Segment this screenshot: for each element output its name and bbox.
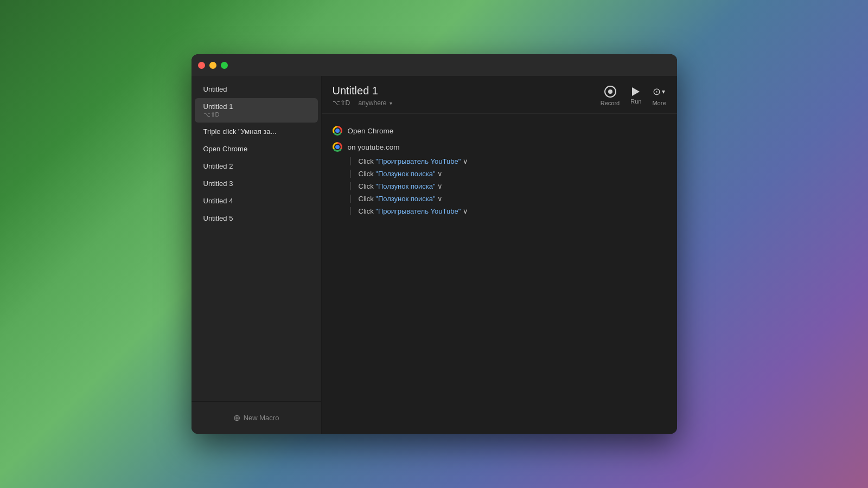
more-icon: ⊙ ▾ [653,86,665,98]
main-panel: Untitled 1 ⌥⇧D anywhere ▾ Record [322,76,677,434]
run-button[interactable]: Run [630,87,641,105]
titlebar [192,54,677,76]
sidebar-list: Untitled Untitled 1 ⌥⇧D Triple click "Ум… [192,76,321,401]
new-macro-label: New Macro [244,414,279,422]
sidebar-footer: ⊕ New Macro [192,401,321,434]
chevron-down-icon: ▾ [390,100,392,106]
sub-action-click3-text: Click "Ползунок поиска" ∨ [359,182,443,190]
sub-actions: Click "Проигрыватель YouTube" ∨ Click "П… [333,155,666,217]
sub-action-click5[interactable]: Click "Проигрыватель YouTube" ∨ [350,205,666,217]
minimize-button[interactable] [209,62,216,69]
sidebar-item-untitled4[interactable]: Untitled 4 [195,192,318,209]
macro-title[interactable]: Untitled 1 [333,85,392,97]
sub-action-click4[interactable]: Click "Ползунок поиска" ∨ [350,192,666,205]
indent-line-1 [350,157,351,165]
sub-action-click1[interactable]: Click "Проигрыватель YouTube" ∨ [350,155,666,168]
sidebar-item-untitled[interactable]: Untitled [195,81,318,98]
sub-action-click5-text: Click "Проигрыватель YouTube" ∨ [359,207,468,215]
record-button[interactable]: Record [601,86,620,106]
sidebar-item-triple-click[interactable]: Triple click "Умная за... [195,123,318,140]
trigger-shortcut: ⌥⇧D [333,99,350,107]
trigger-separator [353,99,355,107]
macro-header: Untitled 1 ⌥⇧D anywhere ▾ Record [322,76,677,114]
macro-title-area: Untitled 1 ⌥⇧D anywhere ▾ [333,85,392,107]
sidebar-item-open-chrome[interactable]: Open Chrome [195,140,318,157]
indent-line-5 [350,207,351,215]
action-open-chrome[interactable]: Open Chrome [333,123,666,139]
sidebar: Untitled Untitled 1 ⌥⇧D Triple click "Ум… [192,76,322,434]
more-label: More [652,100,666,106]
sub-action-click4-text: Click "Ползунок поиска" ∨ [359,195,443,203]
maximize-button[interactable] [221,62,228,69]
sidebar-item-untitled3[interactable]: Untitled 3 [195,175,318,192]
macro-trigger: ⌥⇧D anywhere ▾ [333,99,392,107]
trigger-scope[interactable]: anywhere ▾ [359,99,392,107]
sidebar-item-untitled2[interactable]: Untitled 2 [195,158,318,175]
traffic-lights [198,62,228,69]
macro-toolbar: Record Run ⊙ ▾ More [601,86,666,106]
action-open-chrome-text: Open Chrome [348,127,394,135]
chrome-icon-2 [333,142,342,152]
run-icon [632,87,640,96]
action-on-youtube-text: on youtube.com [348,143,400,151]
sub-action-click3[interactable]: Click "Ползунок поиска" ∨ [350,180,666,192]
sub-action-click2[interactable]: Click "Ползунок поиска" ∨ [350,168,666,180]
plus-icon: ⊕ [233,413,240,423]
main-window: Untitled Untitled 1 ⌥⇧D Triple click "Ум… [192,54,677,434]
main-content: Untitled Untitled 1 ⌥⇧D Triple click "Ум… [192,76,677,434]
sub-action-click1-text: Click "Проигрыватель YouTube" ∨ [359,157,468,165]
action-list: Open Chrome on youtube.com Click "Проигр… [322,114,677,434]
record-label: Record [601,100,620,106]
new-macro-button[interactable]: ⊕ New Macro [198,408,315,427]
sidebar-item-untitled1[interactable]: Untitled 1 ⌥⇧D [195,98,318,123]
action-on-youtube[interactable]: on youtube.com [333,139,666,155]
close-button[interactable] [198,62,205,69]
indent-line-4 [350,195,351,203]
sub-action-click2-text: Click "Ползунок поиска" ∨ [359,170,443,178]
sidebar-item-untitled5[interactable]: Untitled 5 [195,210,318,227]
indent-line-2 [350,170,351,178]
run-label: Run [630,98,641,105]
indent-line-3 [350,182,351,190]
more-button[interactable]: ⊙ ▾ More [652,86,666,106]
chrome-icon [333,126,342,136]
record-icon [604,86,616,98]
more-chevron-icon: ▾ [662,88,665,95]
